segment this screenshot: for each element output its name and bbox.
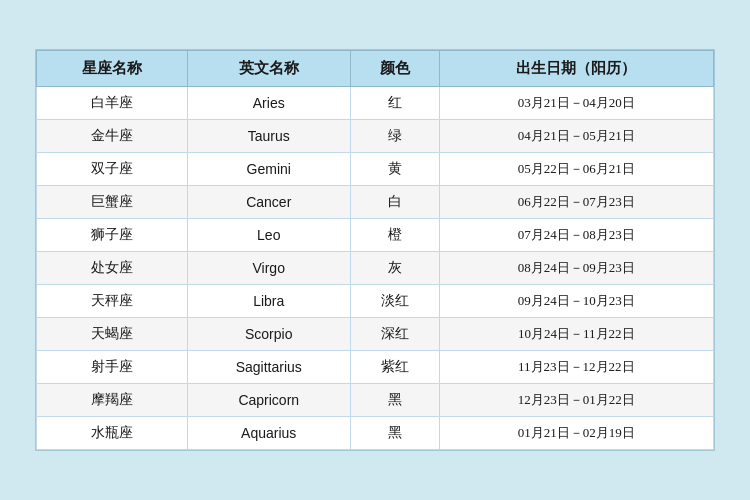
cell-english: Taurus [187,120,350,153]
table-row: 天秤座Libra淡红09月24日－10月23日 [37,285,714,318]
cell-color: 红 [350,87,439,120]
cell-dates: 10月24日－11月22日 [439,318,713,351]
cell-english: Cancer [187,186,350,219]
table-row: 射手座Sagittarius紫红11月23日－12月22日 [37,351,714,384]
cell-dates: 12月23日－01月22日 [439,384,713,417]
col-header-dates: 出生日期（阳历） [439,51,713,87]
cell-english: Leo [187,219,350,252]
cell-dates: 05月22日－06月21日 [439,153,713,186]
cell-color: 绿 [350,120,439,153]
cell-chinese: 水瓶座 [37,417,188,450]
cell-color: 紫红 [350,351,439,384]
cell-dates: 03月21日－04月20日 [439,87,713,120]
cell-english: Gemini [187,153,350,186]
cell-color: 橙 [350,219,439,252]
cell-dates: 11月23日－12月22日 [439,351,713,384]
cell-dates: 09月24日－10月23日 [439,285,713,318]
cell-color: 黄 [350,153,439,186]
col-header-english: 英文名称 [187,51,350,87]
col-header-color: 颜色 [350,51,439,87]
table-header-row: 星座名称 英文名称 颜色 出生日期（阳历） [37,51,714,87]
cell-english: Libra [187,285,350,318]
cell-english: Aquarius [187,417,350,450]
cell-english: Capricorn [187,384,350,417]
cell-dates: 08月24日－09月23日 [439,252,713,285]
cell-english: Sagittarius [187,351,350,384]
cell-dates: 07月24日－08月23日 [439,219,713,252]
cell-color: 深红 [350,318,439,351]
cell-chinese: 处女座 [37,252,188,285]
zodiac-table: 星座名称 英文名称 颜色 出生日期（阳历） 白羊座Aries红03月21日－04… [36,50,714,450]
cell-color: 淡红 [350,285,439,318]
table-row: 巨蟹座Cancer白06月22日－07月23日 [37,186,714,219]
cell-color: 黑 [350,384,439,417]
cell-color: 灰 [350,252,439,285]
table-body: 白羊座Aries红03月21日－04月20日金牛座Taurus绿04月21日－0… [37,87,714,450]
table-row: 双子座Gemini黄05月22日－06月21日 [37,153,714,186]
zodiac-table-container: 星座名称 英文名称 颜色 出生日期（阳历） 白羊座Aries红03月21日－04… [35,49,715,451]
cell-dates: 06月22日－07月23日 [439,186,713,219]
cell-dates: 04月21日－05月21日 [439,120,713,153]
table-row: 处女座Virgo灰08月24日－09月23日 [37,252,714,285]
cell-english: Virgo [187,252,350,285]
cell-chinese: 金牛座 [37,120,188,153]
cell-chinese: 巨蟹座 [37,186,188,219]
cell-chinese: 狮子座 [37,219,188,252]
cell-chinese: 天蝎座 [37,318,188,351]
table-row: 白羊座Aries红03月21日－04月20日 [37,87,714,120]
table-row: 水瓶座Aquarius黑01月21日－02月19日 [37,417,714,450]
cell-color: 白 [350,186,439,219]
table-row: 摩羯座Capricorn黑12月23日－01月22日 [37,384,714,417]
cell-color: 黑 [350,417,439,450]
cell-english: Aries [187,87,350,120]
cell-english: Scorpio [187,318,350,351]
table-row: 天蝎座Scorpio深红10月24日－11月22日 [37,318,714,351]
table-row: 金牛座Taurus绿04月21日－05月21日 [37,120,714,153]
table-row: 狮子座Leo橙07月24日－08月23日 [37,219,714,252]
cell-chinese: 天秤座 [37,285,188,318]
cell-dates: 01月21日－02月19日 [439,417,713,450]
cell-chinese: 双子座 [37,153,188,186]
col-header-chinese: 星座名称 [37,51,188,87]
cell-chinese: 摩羯座 [37,384,188,417]
cell-chinese: 射手座 [37,351,188,384]
cell-chinese: 白羊座 [37,87,188,120]
